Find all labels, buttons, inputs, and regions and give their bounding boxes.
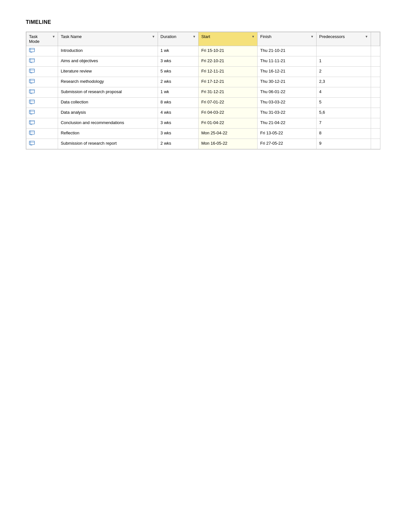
task-name-cell: Research methodology <box>58 77 158 87</box>
svg-rect-12 <box>29 90 34 93</box>
col-header-start[interactable]: Start ▼ <box>199 32 258 46</box>
finish-cell: Thu 30-12-21 <box>258 77 317 87</box>
col-header-duration[interactable]: Duration ▼ <box>158 32 199 46</box>
start-sort-icon[interactable]: ▼ <box>251 35 255 38</box>
table-header-row: TaskMode ▼ Task Name ▼ Duration ▼ <box>26 32 380 46</box>
predecessors-cell: 2 <box>317 67 371 77</box>
finish-cell: Thu 21-10-21 <box>258 46 317 56</box>
task-name-text: Data collection <box>61 100 88 104</box>
col-header-extra <box>371 32 380 46</box>
svg-rect-21 <box>29 121 34 124</box>
start-cell: Fri 15-10-21 <box>199 46 258 56</box>
task-name-text: Literature review <box>61 69 92 73</box>
task-name-text: Introduction <box>61 48 83 53</box>
col-header-task-mode[interactable]: TaskMode ▼ <box>26 32 58 46</box>
duration-cell: 1 wk <box>158 87 199 98</box>
svg-rect-9 <box>29 79 34 83</box>
duration-cell: 8 wks <box>158 98 199 108</box>
col-header-task-name[interactable]: Task Name ▼ <box>58 32 158 46</box>
duration-cell: 2 wks <box>158 77 199 87</box>
predecessors-sort-icon[interactable]: ▼ <box>365 35 368 38</box>
duration-cell: 2 wks <box>158 139 199 149</box>
table-row: Submission of research report2 wksMon 16… <box>26 139 380 149</box>
duration-cell: 3 wks <box>158 118 199 129</box>
start-cell: Fri 31-12-21 <box>199 87 258 98</box>
task-name-cell: Data collection <box>58 98 158 108</box>
predecessors-cell: 4 <box>317 87 371 98</box>
task-mode-cell <box>26 87 58 98</box>
task-mode-cell <box>26 46 58 56</box>
duration-sort-icon[interactable]: ▼ <box>193 35 196 38</box>
finish-cell: Thu 06-01-22 <box>258 87 317 98</box>
task-name-sort-icon[interactable]: ▼ <box>152 35 155 38</box>
task-name-cell: Data analysis <box>58 108 158 118</box>
col-header-finish-label: Finish <box>260 34 271 39</box>
col-header-task-mode-label: TaskMode <box>29 34 40 44</box>
svg-rect-18 <box>29 110 34 114</box>
task-mode-cell <box>26 77 58 87</box>
task-mode-icon <box>29 131 35 136</box>
table-row: Conclusion and recommendations3 wksFri 0… <box>26 118 380 129</box>
task-mode-cell <box>26 118 58 129</box>
start-cell: Fri 07-01-22 <box>199 98 258 108</box>
table-row: Data analysis4 wksFri 04-03-22Thu 31-03-… <box>26 108 380 118</box>
table-row: Aims and objectives3 wksFri 22-10-21Thu … <box>26 56 380 67</box>
table-row: Reflection3 wksMon 25-04-22Fri 13-05-228 <box>26 129 380 139</box>
task-name-cell: Literature review <box>58 67 158 77</box>
svg-rect-3 <box>29 59 34 62</box>
start-cell: Fri 01-04-22 <box>199 118 258 129</box>
col-header-task-name-label: Task Name <box>61 34 82 39</box>
task-name-text: Research methodology <box>61 79 104 84</box>
task-mode-sort-icon[interactable]: ▼ <box>52 35 55 38</box>
task-mode-cell <box>26 108 58 118</box>
table-row: Submission of research proposal1 wkFri 3… <box>26 87 380 98</box>
start-cell: Fri 17-12-21 <box>199 77 258 87</box>
col-header-predecessors[interactable]: Predecessors ▼ <box>317 32 371 46</box>
col-header-finish[interactable]: Finish ▼ <box>258 32 317 46</box>
task-name-cell: Reflection <box>58 129 158 139</box>
predecessors-cell <box>317 46 371 56</box>
task-mode-cell <box>26 56 58 67</box>
svg-rect-24 <box>29 131 34 134</box>
duration-cell: 1 wk <box>158 46 199 56</box>
task-mode-icon <box>29 69 35 74</box>
start-cell: Fri 22-10-21 <box>199 56 258 67</box>
task-name-cell: Aims and objectives <box>58 56 158 67</box>
task-name-cell: Introduction <box>58 46 158 56</box>
svg-rect-0 <box>29 48 34 52</box>
task-mode-icon <box>29 100 35 105</box>
start-cell: Fri 12-11-21 <box>199 67 258 77</box>
predecessors-cell: 7 <box>317 118 371 129</box>
finish-cell: Thu 31-03-22 <box>258 108 317 118</box>
finish-sort-icon[interactable]: ▼ <box>310 35 314 38</box>
task-mode-cell <box>26 98 58 108</box>
task-mode-cell <box>26 67 58 77</box>
task-mode-icon <box>29 141 35 146</box>
finish-cell: Thu 16-12-21 <box>258 67 317 77</box>
col-header-start-label: Start <box>201 34 210 39</box>
task-mode-icon <box>29 79 35 84</box>
task-mode-cell <box>26 139 58 149</box>
finish-cell: Thu 11-11-21 <box>258 56 317 67</box>
task-name-text: Conclusion and recommendations <box>61 120 124 125</box>
finish-cell: Fri 13-05-22 <box>258 129 317 139</box>
task-name-cell: Submission of research proposal <box>58 87 158 98</box>
task-mode-icon <box>29 48 35 53</box>
table-row: Data collection8 wksFri 07-01-22Thu 03-0… <box>26 98 380 108</box>
task-mode-icon <box>29 89 35 94</box>
duration-cell: 5 wks <box>158 67 199 77</box>
task-mode-icon <box>29 120 35 125</box>
task-name-text: Submission of research report <box>61 141 116 146</box>
task-mode-icon <box>29 110 35 115</box>
predecessors-cell: 5,6 <box>317 108 371 118</box>
start-cell: Mon 25-04-22 <box>199 129 258 139</box>
duration-cell: 3 wks <box>158 56 199 67</box>
svg-rect-27 <box>29 141 34 145</box>
table-row: Literature review5 wksFri 12-11-21Thu 16… <box>26 67 380 77</box>
finish-cell: Fri 27-05-22 <box>258 139 317 149</box>
predecessors-cell: 2,3 <box>317 77 371 87</box>
col-header-duration-label: Duration <box>161 34 176 39</box>
col-header-predecessors-label: Predecessors <box>319 34 345 39</box>
task-name-cell: Conclusion and recommendations <box>58 118 158 129</box>
table-body: Introduction1 wkFri 15-10-21Thu 21-10-21… <box>26 46 380 149</box>
